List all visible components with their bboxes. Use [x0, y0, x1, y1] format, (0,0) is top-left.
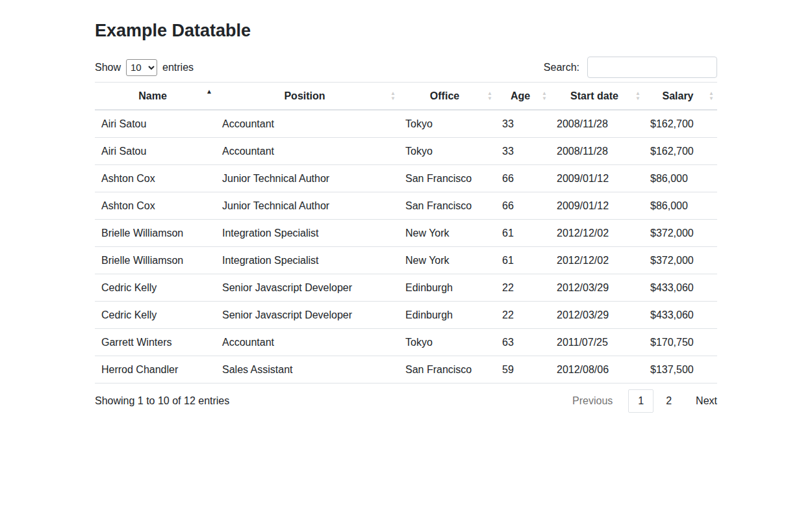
table-cell: Tokyo: [399, 138, 496, 165]
sort-icon: ▲▼: [635, 91, 641, 101]
table-cell: $162,700: [644, 110, 717, 138]
table-cell: Airi Satou: [95, 110, 216, 138]
column-label: Age: [511, 90, 530, 101]
table-cell: 22: [496, 302, 550, 329]
table-cell: $372,000: [644, 220, 717, 247]
table-cell: $433,060: [644, 274, 717, 302]
table-controls: Show 10 entries Search:: [95, 57, 717, 78]
table-cell: Sales Assistant: [216, 356, 399, 384]
table-cell: Herrod Chandler: [95, 356, 216, 384]
page-button-2[interactable]: 2: [656, 389, 681, 413]
table-cell: 2012/03/29: [550, 302, 644, 329]
table-cell: Airi Satou: [95, 138, 216, 165]
table-cell: 59: [496, 356, 550, 384]
table-cell: 2012/12/02: [550, 220, 644, 247]
table-cell: 66: [496, 192, 550, 220]
table-cell: New York: [399, 220, 496, 247]
table-cell: 61: [496, 247, 550, 274]
table-head: Name▲Position▲▼Office▲▼Age▲▼Start date▲▼…: [95, 83, 717, 110]
entries-label: entries: [162, 62, 194, 73]
header-row: Name▲Position▲▼Office▲▼Age▲▼Start date▲▼…: [95, 83, 717, 110]
column-label: Position: [284, 90, 325, 101]
table-cell: Integration Specialist: [216, 247, 399, 274]
page-length-control: Show 10 entries: [95, 59, 194, 76]
search-input[interactable]: [587, 57, 717, 78]
table-cell: Tokyo: [399, 110, 496, 138]
table-cell: Senior Javascript Developer: [216, 302, 399, 329]
table-cell: Tokyo: [399, 329, 496, 356]
pagination-pages: 12: [627, 389, 683, 413]
table-cell: 33: [496, 110, 550, 138]
table-cell: 63: [496, 329, 550, 356]
table-cell: Integration Specialist: [216, 220, 399, 247]
table-cell: Ashton Cox: [95, 192, 216, 220]
table-row[interactable]: Brielle WilliamsonIntegration Specialist…: [95, 247, 717, 274]
table-cell: 2011/07/25: [550, 329, 644, 356]
page-title: Example Datatable: [95, 21, 717, 41]
table-cell: New York: [399, 247, 496, 274]
previous-button[interactable]: Previous: [572, 395, 613, 407]
table-cell: 2008/11/28: [550, 138, 644, 165]
table-row[interactable]: Airi SatouAccountantTokyo332008/11/28$16…: [95, 110, 717, 138]
table-row[interactable]: Ashton CoxJunior Technical AuthorSan Fra…: [95, 165, 717, 192]
sort-ascending-icon: ▲: [206, 88, 212, 95]
sort-icon: ▲▼: [390, 91, 396, 101]
column-header-start-date[interactable]: Start date▲▼: [550, 83, 644, 110]
table-row[interactable]: Brielle WilliamsonIntegration Specialist…: [95, 220, 717, 247]
sort-icon: ▲▼: [709, 91, 714, 101]
table-row[interactable]: Herrod ChandlerSales AssistantSan Franci…: [95, 356, 717, 384]
show-label: Show: [95, 62, 121, 73]
table-cell: San Francisco: [399, 356, 496, 384]
table-cell: 2009/01/12: [550, 192, 644, 220]
table-cell: Ashton Cox: [95, 165, 216, 192]
table-row[interactable]: Airi SatouAccountantTokyo332008/11/28$16…: [95, 138, 717, 165]
table-cell: 61: [496, 220, 550, 247]
pagination: Previous 12 Next: [572, 389, 717, 413]
table-row[interactable]: Ashton CoxJunior Technical AuthorSan Fra…: [95, 192, 717, 220]
page-length-select[interactable]: 10: [126, 59, 157, 76]
table-row[interactable]: Cedric KellySenior Javascript DeveloperE…: [95, 302, 717, 329]
sort-icon: ▲▼: [542, 91, 547, 101]
table-cell: 2012/12/02: [550, 247, 644, 274]
table-cell: 33: [496, 138, 550, 165]
table-cell: Accountant: [216, 110, 399, 138]
column-label: Start date: [570, 90, 618, 101]
column-label: Name: [138, 90, 167, 101]
column-header-age[interactable]: Age▲▼: [496, 83, 550, 110]
page-container: Example Datatable Show 10 entries Search…: [95, 0, 717, 413]
table-cell: 2012/08/06: [550, 356, 644, 384]
column-header-salary[interactable]: Salary▲▼: [644, 83, 717, 110]
table-cell: $86,000: [644, 165, 717, 192]
page-button-1[interactable]: 1: [628, 389, 653, 413]
table-cell: San Francisco: [399, 192, 496, 220]
table-cell: Junior Technical Author: [216, 165, 399, 192]
table-cell: $170,750: [644, 329, 717, 356]
table-cell: Edinburgh: [399, 274, 496, 302]
table-cell: $433,060: [644, 302, 717, 329]
column-header-name[interactable]: Name▲: [95, 83, 216, 110]
table-cell: San Francisco: [399, 165, 496, 192]
table-cell: $372,000: [644, 247, 717, 274]
table-info: Showing 1 to 10 of 12 entries: [95, 395, 229, 407]
table-cell: Junior Technical Author: [216, 192, 399, 220]
table-cell: 2012/03/29: [550, 274, 644, 302]
table-body: Airi SatouAccountantTokyo332008/11/28$16…: [95, 110, 717, 384]
column-label: Office: [430, 90, 459, 101]
table-cell: 2008/11/28: [550, 110, 644, 138]
sort-icon: ▲▼: [487, 91, 492, 101]
table-cell: Brielle Williamson: [95, 247, 216, 274]
table-cell: Accountant: [216, 329, 399, 356]
table-cell: 2009/01/12: [550, 165, 644, 192]
column-header-office[interactable]: Office▲▼: [399, 83, 496, 110]
table-cell: 66: [496, 165, 550, 192]
next-button[interactable]: Next: [696, 395, 717, 407]
table-row[interactable]: Garrett WintersAccountantTokyo632011/07/…: [95, 329, 717, 356]
column-label: Salary: [662, 90, 693, 101]
data-table: Name▲Position▲▼Office▲▼Age▲▼Start date▲▼…: [95, 82, 717, 384]
table-cell: Brielle Williamson: [95, 220, 216, 247]
search-control: Search:: [544, 57, 717, 78]
table-cell: $162,700: [644, 138, 717, 165]
table-row[interactable]: Cedric KellySenior Javascript DeveloperE…: [95, 274, 717, 302]
column-header-position[interactable]: Position▲▼: [216, 83, 399, 110]
table-cell: Edinburgh: [399, 302, 496, 329]
